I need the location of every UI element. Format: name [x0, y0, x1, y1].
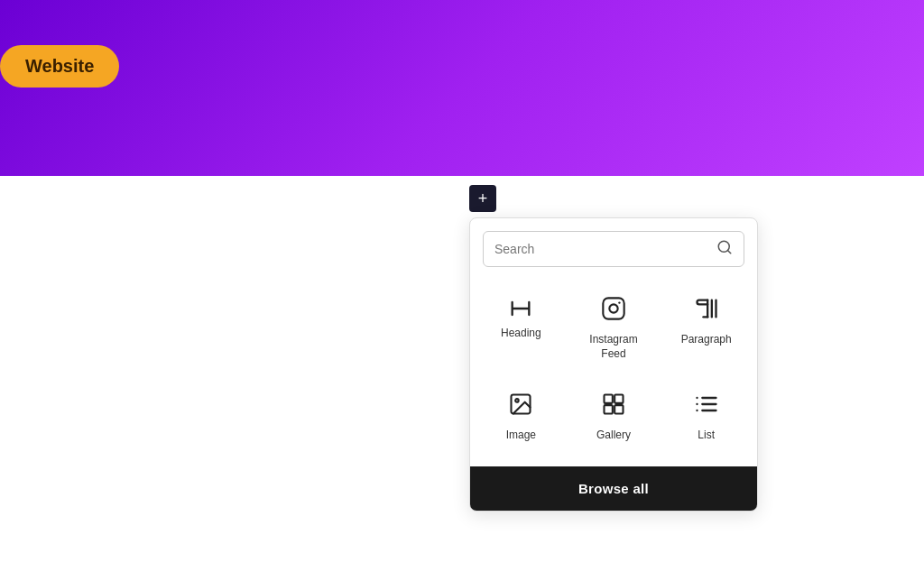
add-block-area: +: [469, 185, 758, 512]
block-picker-panel: Heading Instagram Feed: [469, 217, 758, 512]
grid-item-image-label: Image: [506, 429, 536, 443]
list-icon: [694, 392, 719, 423]
grid-item-heading-label: Heading: [501, 327, 541, 341]
svg-rect-9: [604, 405, 612, 413]
grid-item-paragraph-label: Paragraph: [681, 333, 732, 347]
heading-icon: [508, 296, 533, 321]
plus-icon: +: [478, 189, 488, 208]
svg-rect-8: [614, 395, 623, 403]
add-block-button[interactable]: +: [469, 185, 496, 212]
hero-banner: Website: [0, 0, 924, 176]
svg-point-4: [618, 301, 620, 303]
search-container: [470, 218, 757, 276]
grid-item-gallery-label: Gallery: [596, 429, 631, 443]
gallery-icon: [601, 392, 626, 423]
search-icon: [716, 239, 733, 259]
main-area: +: [0, 176, 924, 581]
svg-point-3: [609, 304, 617, 312]
image-icon: [508, 392, 533, 423]
instagram-icon: [601, 296, 626, 327]
search-input-wrapper: [483, 231, 744, 267]
search-icon-button[interactable]: [716, 239, 733, 259]
website-button[interactable]: Website: [0, 45, 119, 88]
paragraph-icon: [694, 296, 719, 327]
search-input[interactable]: [494, 242, 709, 256]
svg-line-1: [727, 250, 730, 253]
svg-rect-10: [614, 405, 623, 413]
grid-item-gallery[interactable]: Gallery: [572, 381, 656, 454]
grid-item-instagram[interactable]: Instagram Feed: [572, 285, 656, 372]
svg-point-6: [515, 399, 519, 402]
block-items-grid: Heading Instagram Feed: [470, 276, 757, 466]
grid-item-image[interactable]: Image: [479, 381, 563, 454]
grid-item-instagram-label: Instagram Feed: [579, 333, 649, 361]
svg-rect-2: [603, 298, 624, 318]
grid-item-list[interactable]: List: [664, 381, 748, 454]
browse-all-button[interactable]: Browse all: [470, 466, 757, 511]
grid-item-heading[interactable]: Heading: [479, 285, 563, 372]
grid-item-paragraph[interactable]: Paragraph: [664, 285, 748, 372]
svg-rect-7: [604, 395, 612, 403]
grid-item-list-label: List: [698, 429, 715, 443]
